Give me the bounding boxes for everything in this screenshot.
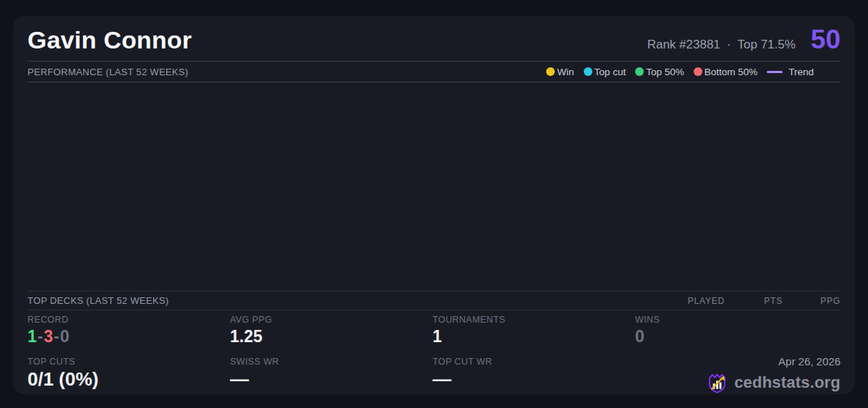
record-label: RECORD [27, 315, 230, 325]
performance-title: PERFORMANCE (LAST 52 WEEKS) [27, 67, 188, 77]
player-score: 50 [811, 25, 841, 55]
legend-item-win: Win [546, 67, 574, 77]
top-cuts-value: 0/1 (0%) [27, 368, 230, 391]
legend-label-bottom-50: Bottom 50% [705, 67, 758, 77]
swiss-wr-value: — [230, 368, 433, 391]
legend-label-trend: Trend [788, 67, 814, 77]
record-wins: 1 [27, 327, 37, 346]
page-background: Gavin Connor Rank #23881 · Top 71.5% 50 … [0, 0, 868, 408]
stat-top-cut-wr: TOP CUT WR — [433, 352, 635, 394]
stats-grid: RECORD 1-3-0 AVG PPG 1.25 TOURNAMENTS 1 … [27, 310, 841, 394]
top-50-dot-icon [635, 67, 644, 76]
footer: Apr 26, 2026 cedhstats.org [635, 352, 841, 394]
stat-swiss-wr: SWISS WR — [230, 352, 433, 394]
stat-wins: WINS 0 [635, 310, 841, 352]
player-name: Gavin Connor [27, 26, 192, 54]
stat-top-cuts: TOP CUTS 0/1 (0%) [27, 352, 230, 394]
avg-ppg-label: AVG PPG [230, 315, 433, 325]
record-separator: - [53, 327, 60, 346]
stat-avg-ppg: AVG PPG 1.25 [230, 310, 433, 352]
column-header-ppg: PPG [783, 296, 841, 306]
stat-tournaments: TOURNAMENTS 1 [433, 310, 635, 352]
card-header: Gavin Connor Rank #23881 · Top 71.5% 50 [27, 16, 841, 61]
legend-item-top-cut: Top cut [584, 67, 626, 77]
tournaments-label: TOURNAMENTS [433, 315, 635, 325]
rank-summary: Rank #23881 · Top 71.5% 50 [647, 25, 841, 55]
top-decks-columns: PLAYED PTS PPG [667, 296, 841, 306]
date-text: Apr 26, 2026 [778, 355, 841, 367]
legend-label-top-50: Top 50% [646, 67, 684, 77]
legend-item-bottom-50: Bottom 50% [694, 67, 758, 77]
top-cut-dot-icon [584, 67, 592, 76]
rank-separator-dot: · [727, 38, 731, 52]
wins-value: 0 [635, 327, 841, 347]
record-losses: 3 [43, 327, 53, 346]
player-stats-card: Gavin Connor Rank #23881 · Top 71.5% 50 … [13, 16, 855, 394]
bottom-50-dot-icon [694, 67, 702, 76]
brand-name[interactable]: cedhstats.org [734, 373, 841, 392]
cedhstats-logo-icon [706, 371, 728, 394]
performance-header: PERFORMANCE (LAST 52 WEEKS) Win Top cut … [27, 61, 841, 82]
wins-label: WINS [635, 315, 841, 325]
trend-line-icon [767, 71, 783, 73]
top-percent-text: Top 71.5% [738, 38, 796, 52]
brand-row: cedhstats.org [706, 371, 841, 394]
tournaments-value: 1 [433, 327, 635, 347]
legend-item-top-50: Top 50% [635, 67, 684, 77]
performance-chart-area [27, 82, 841, 291]
top-decks-header: TOP DECKS (LAST 52 WEEKS) PLAYED PTS PPG [27, 292, 841, 310]
column-header-played: PLAYED [667, 296, 725, 306]
legend-label-top-cut: Top cut [595, 67, 626, 77]
top-cut-wr-value: — [433, 368, 635, 391]
rank-text: Rank #23881 [647, 38, 720, 52]
record-draws: 0 [60, 327, 69, 346]
legend-item-trend: Trend [767, 67, 814, 77]
swiss-wr-label: SWISS WR [230, 357, 433, 367]
top-cuts-label: TOP CUTS [27, 357, 230, 367]
win-dot-icon [546, 67, 555, 76]
top-decks-title: TOP DECKS (LAST 52 WEEKS) [27, 295, 169, 306]
top-cut-wr-label: TOP CUT WR [433, 357, 635, 367]
avg-ppg-value: 1.25 [230, 327, 433, 347]
stat-record: RECORD 1-3-0 [27, 310, 230, 352]
column-header-pts: PTS [725, 296, 783, 306]
chart-legend: Win Top cut Top 50% Bottom 50% Trend [546, 67, 814, 77]
record-value: 1-3-0 [27, 327, 230, 347]
legend-label-win: Win [557, 67, 574, 77]
